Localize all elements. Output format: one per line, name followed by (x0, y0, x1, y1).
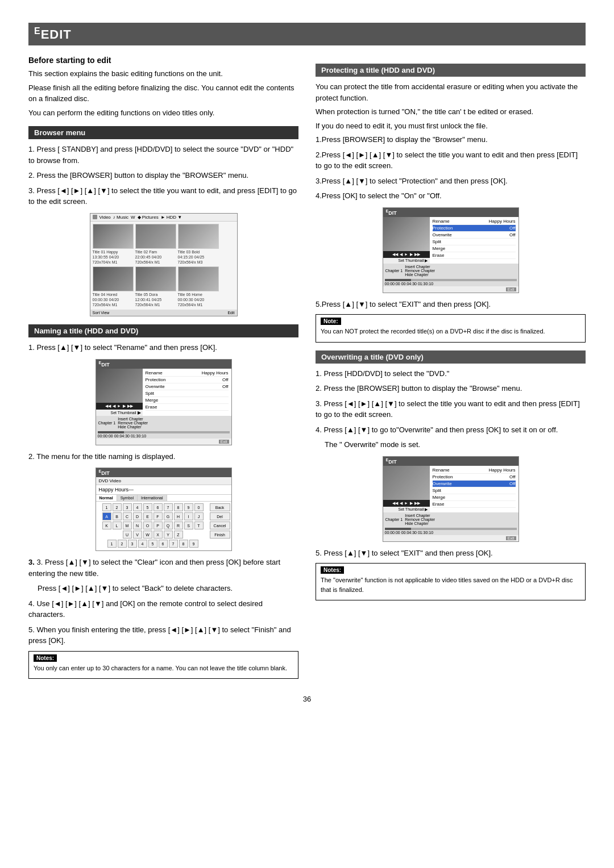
kb-key-2[interactable]: 2 (113, 503, 122, 511)
browser-tab-w: W (131, 215, 135, 220)
browser-thumbnails: Title 01 Happy13:30:55 04/20720x704/x M1… (90, 222, 237, 310)
kb-key-n4[interactable]: 4 (138, 540, 147, 548)
kb-tab-normal[interactable]: Normal (96, 495, 117, 501)
chapter-label: Chapter 1 (98, 421, 116, 425)
kb-key-F[interactable]: F (154, 512, 163, 520)
kb-key-A[interactable]: A (102, 512, 111, 520)
kb-key-8[interactable]: 8 (174, 503, 183, 511)
ctrl-skip-fwd: ▶ (123, 404, 126, 408)
protect-menu-merge: Merge (433, 245, 516, 252)
kb-tab-symbol[interactable]: Symbol (117, 495, 138, 501)
kb-key-T[interactable]: T (194, 521, 204, 529)
keyboard-subtitle: DVD Video (96, 477, 231, 485)
kb-key-n7[interactable]: 7 (169, 540, 178, 548)
kb-key-Y[interactable]: Y (164, 531, 173, 539)
kb-back-btn[interactable]: Back (210, 503, 230, 511)
naming-step3b: Press [◄] [►] [▲] [▼] to select "Back" t… (28, 583, 298, 594)
thumb-1: Title 01 Happy13:30:55 04/20720x704/x M1 (93, 224, 134, 265)
kb-key-D[interactable]: D (133, 512, 142, 520)
header-title: EDIT (41, 27, 72, 41)
kb-key-U[interactable]: U (123, 531, 132, 539)
overwriting-notes-label: Notes: (321, 566, 344, 574)
menu-item-rename: RenameHappy Hours (146, 370, 229, 377)
kb-key-J[interactable]: J (194, 512, 204, 520)
browser-step1: 1. Press [ STANDBY] and press [HDD/DVD] … (28, 144, 298, 166)
before-starting-para1: This section explains the basic editing … (28, 68, 298, 80)
kb-key-S[interactable]: S (184, 521, 193, 529)
chapter-bar: Chapter 1 Insert Chapter Remove Chapter … (96, 416, 231, 430)
kb-key-Q[interactable]: Q (164, 521, 173, 529)
thumb-img-4 (93, 266, 134, 291)
remove-chapter: Remove Chapter (118, 421, 229, 425)
kb-key-5[interactable]: 5 (143, 503, 152, 511)
thumb-label-3: Title 03 Bold04:15:20 04/25720x564/x M3 (178, 249, 219, 265)
ctrl-next: ▶▶ (127, 404, 133, 408)
kb-key-O[interactable]: O (143, 521, 152, 529)
keyboard-tabs: Normal Symbol International (96, 495, 231, 502)
kb-key-C[interactable]: C (123, 512, 132, 520)
kb-key-L[interactable]: L (113, 521, 122, 529)
overwrite-menu-protection: ProtectionOff (433, 474, 516, 481)
thumb-label-6: Title 06 Home00:00:30 04/20720x564/x M1 (178, 292, 219, 307)
browser-sort-view: Sort View (93, 311, 110, 315)
kb-key-3[interactable]: 3 (123, 503, 132, 511)
thumb-label-2: Title 02 Fam22:00:45 04/20720x564/x M1 (135, 249, 176, 265)
kb-key-E[interactable]: E (143, 512, 152, 520)
kb-key-V[interactable]: V (133, 531, 142, 539)
overwrite-menu-rename: RenameHappy Hours (433, 467, 516, 474)
kb-key-X[interactable]: X (154, 531, 163, 539)
kb-key-K[interactable]: K (102, 521, 111, 529)
thumb-img-2 (135, 224, 176, 249)
kb-key-n6[interactable]: 6 (159, 540, 168, 548)
edit-thumbnail-label: Set Thumbnail ▶ (96, 410, 143, 416)
kb-cancel-btn[interactable]: Cancel (210, 521, 230, 529)
kb-key-W[interactable]: W (143, 531, 152, 539)
kb-key-9[interactable]: 9 (184, 503, 193, 511)
keyboard-screen: EDIT DVD Video Happy Hours--- Normal Sym… (96, 468, 232, 551)
overwrite-menu-erase: Erase (433, 501, 516, 508)
kb-key-n5[interactable]: 5 (148, 540, 157, 548)
kb-tab-international[interactable]: International (138, 495, 167, 501)
kb-key-n3[interactable]: 3 (128, 540, 137, 548)
kb-key-0[interactable]: 0 (194, 503, 204, 511)
browser-step3: 3. Press [◄] [►] [▲] [▼] to select the t… (28, 185, 298, 207)
menu-item-merge: Merge (146, 397, 229, 404)
kb-key-M[interactable]: M (123, 521, 132, 529)
kb-key-P[interactable]: P (154, 521, 163, 529)
kb-key-4[interactable]: 4 (133, 503, 142, 511)
edit-overwrite-menu: RenameHappy Hours ProtectionOff Overwrit… (430, 466, 518, 512)
kb-key-Z[interactable]: Z (174, 531, 183, 539)
kb-key-n1[interactable]: 1 (107, 540, 117, 548)
edit-protect-thumbnail-label: Set Thumbnail ▶ (383, 258, 430, 264)
overwriting-step4a: 4. Press [▲] [▼] to go to"Overwrite" and… (316, 424, 586, 436)
kb-del-btn[interactable]: Del (210, 512, 230, 520)
thumb-6: Title 06 Home00:00:30 04/20720x564/x M1 (178, 266, 219, 307)
overwrite-menu-split: Split (433, 487, 516, 494)
overwriting-step4b: The " Overwrite" mode is set. (316, 439, 586, 450)
kb-row-k: K L M N O P Q R S T (98, 521, 208, 529)
kb-key-G[interactable]: G (164, 512, 173, 520)
thumb-label-1: Title 01 Happy13:30:55 04/20720x704/x M1 (93, 249, 134, 265)
keyboard-rows: 1 2 3 4 5 6 7 8 9 0 A B C (96, 502, 210, 550)
overwrite-progress-fill (385, 528, 411, 530)
edit-screen-controls: ◀◀ ◀ ► ▶ ▶▶ (96, 403, 143, 410)
kb-key-1[interactable]: 1 (102, 503, 111, 511)
thumb-label-4: Title 04 Hored00:00:30 04/20720x564/x M1 (93, 292, 134, 307)
kb-key-7[interactable]: 7 (164, 503, 173, 511)
kb-key-N[interactable]: N (133, 521, 142, 529)
kb-key-B[interactable]: B (113, 512, 122, 520)
kb-key-n9[interactable]: 9 (189, 540, 198, 548)
edit-title-prefix: E (99, 361, 102, 365)
kb-key-6[interactable]: 6 (154, 503, 163, 511)
kb-key-I[interactable]: I (184, 512, 193, 520)
kb-finish-btn[interactable]: Finish (210, 531, 230, 539)
edit-protect-menu: RenameHappy Hours ProtectionOff Overwrit… (430, 217, 518, 264)
protect-progress-fill (385, 279, 411, 281)
kb-key-n8[interactable]: 8 (179, 540, 188, 548)
kb-key-n2[interactable]: 2 (118, 540, 127, 548)
protect-timecode: 00:00:00 00:04:30 01:30:10 (385, 282, 434, 286)
kb-key-R[interactable]: R (174, 521, 183, 529)
browser-screen-mockup: Video ♪ Music W ◆ Pictures ► HDD ▼ Title… (90, 213, 238, 317)
edit-screen-image (96, 369, 143, 403)
kb-key-H[interactable]: H (174, 512, 183, 520)
